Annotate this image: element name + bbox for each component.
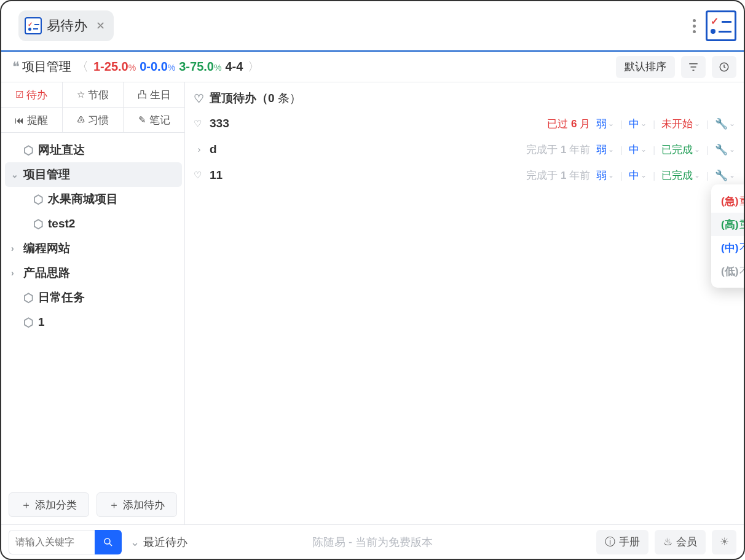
tree-item-daily-tasks[interactable]: ›⬡日常任务 xyxy=(5,285,182,310)
status-tag[interactable]: 已完成⌄ xyxy=(661,143,700,157)
close-icon[interactable]: ✕ xyxy=(96,19,105,33)
chevron-down-icon: ⌄ xyxy=(11,170,20,179)
note-icon: ✎ xyxy=(138,114,146,125)
side-tab-holiday[interactable]: ☆节假 xyxy=(63,82,124,107)
chevron-down-icon: ⌄ xyxy=(608,119,614,128)
wrench-icon: 🔧 xyxy=(715,117,728,130)
plus-icon: ＋ xyxy=(109,498,119,512)
tree-item-urls[interactable]: ›⬡网址直达 xyxy=(5,138,182,162)
side-tab-birthday[interactable]: 凸生日 xyxy=(124,82,184,107)
plus-icon: ＋ xyxy=(21,498,31,512)
footer: ⌄ 最近待办 陈随易 - 当前为免费版本 ⓘ手册 ♨会员 ☀ xyxy=(1,524,744,559)
search-icon xyxy=(103,537,114,548)
member-button[interactable]: ♨会员 xyxy=(655,530,706,554)
priority-tag[interactable]: 中⌄ xyxy=(629,143,647,157)
chevron-right-icon: › xyxy=(11,268,20,278)
category-tree: ›⬡网址直达 ⌄项目管理 ⬡水果商城项目 ⬡test2 ›编程网站 ›产品思路 … xyxy=(1,133,184,485)
history-button[interactable] xyxy=(712,56,736,78)
sun-icon: ☀ xyxy=(720,535,729,548)
cube-icon: ⬡ xyxy=(33,192,44,207)
intensity-tag[interactable]: 弱⌄ xyxy=(596,168,614,183)
bulb-icon: ♡ xyxy=(194,118,205,129)
popover-item-urgent[interactable]: (急) 重要且紧急 xyxy=(711,189,745,213)
cube-icon: ⬡ xyxy=(33,217,44,231)
due-label: 完成于 1 年前 xyxy=(526,168,590,183)
side-tab-habit[interactable]: ♳习惯 xyxy=(63,108,124,132)
tree-item-test2[interactable]: ⬡test2 xyxy=(5,211,182,236)
status-tag[interactable]: 未开始⌄ xyxy=(661,117,700,131)
title-bar: ✓ 易待办 ✕ ✓ xyxy=(1,1,744,52)
sort-button[interactable]: 默认排序 xyxy=(616,56,675,78)
todo-row[interactable]: ♡ 11 完成于 1 年前 弱⌄ | 中⌄ | 已完成⌄ | 🔧⌄ xyxy=(194,162,735,188)
more-vertical-icon[interactable] xyxy=(687,19,701,33)
chevron-down-icon: ⌄ xyxy=(130,535,140,549)
chevron-right-icon[interactable]: › xyxy=(194,144,205,154)
todo-row[interactable]: › d 完成于 1 年前 弱⌄ | 中⌄ | 已完成⌄ | 🔧⌄ xyxy=(194,136,735,162)
intensity-tag[interactable]: 弱⌄ xyxy=(596,117,614,131)
bulb-icon: ♡ xyxy=(194,170,205,181)
wrench-icon: 🔧 xyxy=(715,169,728,182)
bulb-icon: ♡ xyxy=(194,92,205,106)
todo-title: 11 xyxy=(210,168,223,182)
app-brand-icon[interactable]: ✓ xyxy=(706,10,736,41)
stat-overdue: 1-25.0% xyxy=(93,60,136,74)
star-icon: ☆ xyxy=(77,89,85,100)
filter-icon xyxy=(688,61,699,73)
tree-item-fruit-mall[interactable]: ⬡水果商城项目 xyxy=(5,187,182,211)
tree-item-product-ideas[interactable]: ›产品思路 xyxy=(5,261,182,285)
priority-tag[interactable]: 中⌄ xyxy=(629,117,647,131)
stat-progress: 0-0.0% xyxy=(140,60,175,74)
svg-point-1 xyxy=(104,538,110,544)
chevron-down-icon: ⌄ xyxy=(641,119,647,128)
add-category-button[interactable]: ＋添加分类 xyxy=(9,492,89,517)
popover-item-low[interactable]: (低) 不重要且不紧急 xyxy=(711,259,745,283)
todo-row[interactable]: ♡ 333 已过 6 月 弱⌄ | 中⌄ | 未开始⌄ | 🔧⌄ xyxy=(194,111,735,136)
tree-item-project-mgmt[interactable]: ⌄项目管理 xyxy=(5,162,182,187)
due-label: 完成于 1 年前 xyxy=(526,143,590,157)
app-logo-icon: ✓ xyxy=(25,17,42,34)
add-todo-button[interactable]: ＋添加待办 xyxy=(97,492,177,517)
manual-button[interactable]: ⓘ手册 xyxy=(596,530,648,554)
history-icon xyxy=(719,61,730,73)
todo-title: 333 xyxy=(210,117,229,130)
intensity-tag[interactable]: 弱⌄ xyxy=(596,143,614,157)
cube-icon: ⬡ xyxy=(23,315,34,329)
chevron-down-icon: ⌄ xyxy=(694,119,700,128)
sidebar-tabs: ☑待办 ☆节假 凸生日 ⏮提醒 ♳习惯 ✎笔记 xyxy=(1,82,184,133)
cube-icon: ⬡ xyxy=(23,291,34,305)
tree-item-coding-sites[interactable]: ›编程网站 xyxy=(5,236,182,261)
status-tag[interactable]: 已完成⌄ xyxy=(661,168,700,183)
wrench-icon: 🔧 xyxy=(715,143,728,156)
flame-icon: ♨ xyxy=(663,535,672,548)
stat-done: 3-75.0% xyxy=(179,60,221,74)
side-tab-remind[interactable]: ⏮提醒 xyxy=(1,108,62,132)
main-panel: ♡ 置顶待办（0 条） ♡ 333 已过 6 月 弱⌄ | 中⌄ | 未开始⌄ … xyxy=(185,82,744,524)
recent-todos-button[interactable]: ⌄ 最近待办 xyxy=(130,535,187,550)
habit-icon: ♳ xyxy=(77,114,85,125)
app-tab[interactable]: ✓ 易待办 ✕ xyxy=(18,10,114,41)
settings-tag[interactable]: 🔧⌄ xyxy=(715,169,735,182)
due-label: 已过 6 月 xyxy=(547,117,590,131)
quote-icon: ❝ xyxy=(12,59,20,75)
filter-button[interactable] xyxy=(681,56,706,78)
pinned-section-header[interactable]: ♡ 置顶待办（0 条） xyxy=(194,86,735,111)
theme-button[interactable]: ☀ xyxy=(712,530,736,554)
priority-popover: (急) 重要且紧急 (高) 重要不紧急 (中) 不重要但紧急 (低) 不重要且不… xyxy=(711,184,745,288)
settings-tag[interactable]: 🔧⌄ xyxy=(715,117,735,130)
tree-item-one[interactable]: ›⬡1 xyxy=(5,310,182,334)
settings-tag[interactable]: 🔧⌄ xyxy=(715,143,735,156)
license-label: 陈随易 - 当前为免费版本 xyxy=(312,535,433,550)
checkbox-icon: ☑ xyxy=(15,89,23,100)
search-input[interactable] xyxy=(9,530,95,554)
side-tab-todo[interactable]: ☑待办 xyxy=(1,82,62,107)
search-button[interactable] xyxy=(95,530,122,554)
cake-icon: 凸 xyxy=(138,89,147,101)
page-title: 项目管理 xyxy=(22,58,71,75)
priority-tag[interactable]: 中⌄ xyxy=(629,168,647,183)
popover-item-high[interactable]: (高) 重要不紧急 xyxy=(711,213,745,236)
side-tab-note[interactable]: ✎笔记 xyxy=(124,108,184,132)
chevron-down-icon: ⌄ xyxy=(729,119,735,128)
cube-icon: ⬡ xyxy=(23,143,34,157)
popover-item-medium[interactable]: (中) 不重要但紧急 xyxy=(711,236,745,259)
stat-total: 4-4 xyxy=(225,60,243,74)
